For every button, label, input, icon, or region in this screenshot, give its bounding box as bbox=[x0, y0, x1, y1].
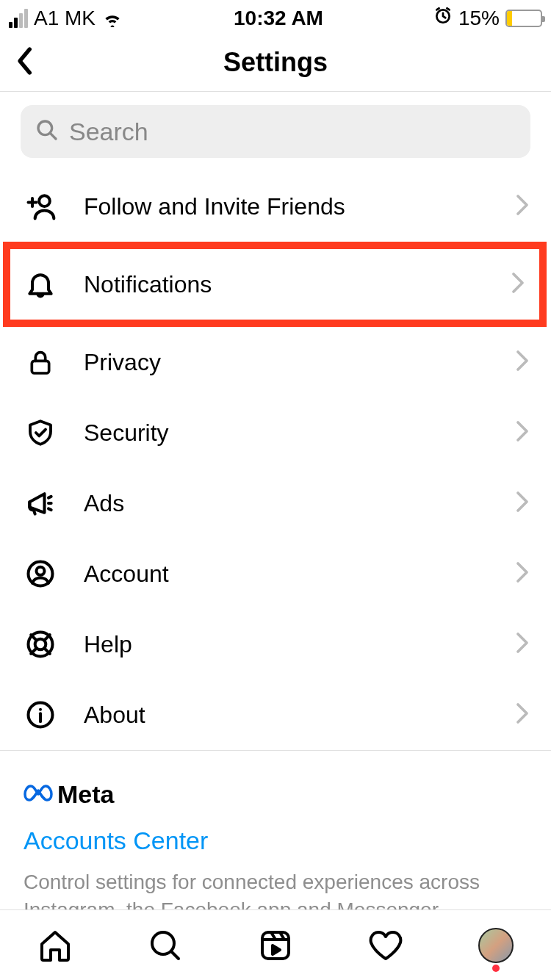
chevron-right-icon bbox=[511, 272, 525, 297]
row-label: About bbox=[84, 702, 489, 729]
search-field[interactable] bbox=[21, 105, 530, 158]
meta-logo-icon bbox=[24, 783, 53, 807]
search-icon bbox=[148, 928, 183, 963]
carrier-label: A1 MK bbox=[34, 7, 96, 30]
chevron-right-icon bbox=[516, 194, 529, 219]
row-label: Ads bbox=[84, 490, 489, 517]
chevron-right-icon bbox=[516, 702, 529, 727]
settings-list: Follow and Invite Friends Notifications … bbox=[0, 171, 551, 750]
battery-icon bbox=[505, 10, 542, 27]
meta-brand-label: Meta bbox=[57, 780, 114, 809]
shield-icon bbox=[24, 417, 57, 449]
avatar-icon bbox=[478, 928, 514, 963]
svg-line-2 bbox=[51, 134, 56, 139]
info-icon bbox=[24, 699, 57, 731]
row-label: Privacy bbox=[84, 349, 489, 376]
row-privacy[interactable]: Privacy bbox=[0, 327, 551, 397]
back-button[interactable] bbox=[15, 46, 37, 79]
time-label: 10:32 AM bbox=[234, 7, 323, 30]
bell-icon bbox=[24, 268, 57, 300]
chevron-right-icon bbox=[516, 632, 529, 657]
row-label: Account bbox=[84, 561, 489, 588]
megaphone-icon bbox=[24, 487, 57, 519]
signal-icon bbox=[9, 9, 28, 28]
row-label: Help bbox=[84, 631, 489, 658]
accounts-center-link[interactable]: Accounts Center bbox=[24, 826, 527, 855]
lock-icon bbox=[24, 346, 57, 378]
reels-icon bbox=[258, 928, 293, 963]
nav-bar: Settings bbox=[0, 33, 551, 92]
row-follow-invite[interactable]: Follow and Invite Friends bbox=[0, 171, 551, 242]
svg-line-13 bbox=[171, 951, 179, 959]
row-label: Notifications bbox=[84, 271, 485, 298]
tab-bar bbox=[0, 909, 551, 980]
status-bar: A1 MK 10:32 AM 15% bbox=[0, 0, 551, 33]
svg-rect-14 bbox=[262, 932, 289, 959]
tab-search[interactable] bbox=[143, 923, 187, 968]
add-person-icon bbox=[24, 190, 57, 223]
chevron-right-icon bbox=[516, 350, 529, 375]
notification-dot bbox=[492, 965, 500, 972]
row-account[interactable]: Account bbox=[0, 538, 551, 609]
row-label: Follow and Invite Friends bbox=[84, 193, 489, 220]
row-about[interactable]: About bbox=[0, 680, 551, 750]
tab-home[interactable] bbox=[33, 923, 77, 968]
row-label: Security bbox=[84, 419, 489, 447]
chevron-right-icon bbox=[516, 561, 529, 586]
tab-activity[interactable] bbox=[364, 923, 408, 968]
svg-point-3 bbox=[39, 195, 50, 206]
heart-icon bbox=[368, 928, 403, 963]
meta-brand: Meta bbox=[24, 780, 527, 809]
tab-reels[interactable] bbox=[253, 923, 298, 968]
wifi-icon bbox=[101, 10, 123, 27]
row-security[interactable]: Security bbox=[0, 397, 551, 468]
tab-profile[interactable] bbox=[474, 923, 518, 968]
home-icon bbox=[37, 928, 73, 963]
search-input[interactable] bbox=[69, 118, 516, 146]
chevron-right-icon bbox=[516, 491, 529, 516]
battery-pct-label: 15% bbox=[458, 7, 500, 30]
svg-rect-4 bbox=[32, 361, 48, 373]
row-ads[interactable]: Ads bbox=[0, 468, 551, 538]
alarm-icon bbox=[433, 6, 453, 30]
row-notifications[interactable]: Notifications bbox=[3, 242, 547, 327]
chevron-right-icon bbox=[516, 420, 529, 445]
person-circle-icon bbox=[24, 558, 57, 590]
lifebuoy-icon bbox=[24, 628, 57, 660]
svg-point-6 bbox=[37, 567, 45, 575]
page-title: Settings bbox=[223, 47, 328, 78]
row-help[interactable]: Help bbox=[0, 609, 551, 680]
search-icon bbox=[35, 118, 59, 145]
